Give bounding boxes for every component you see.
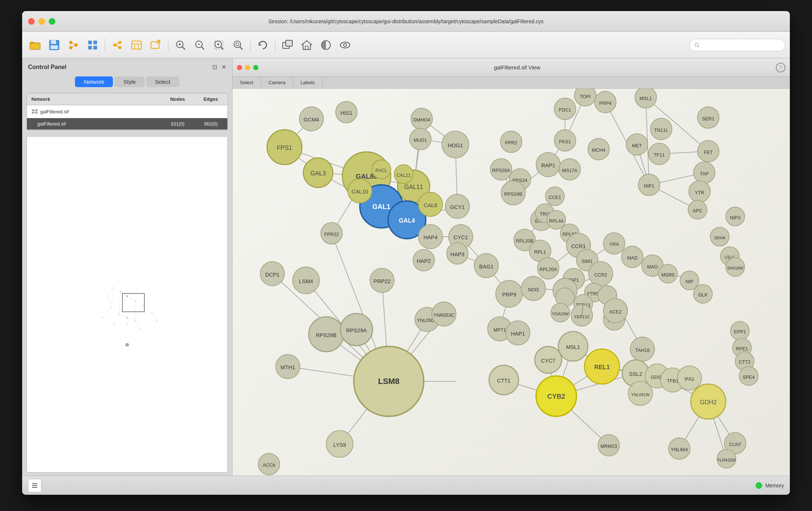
minimize-button[interactable] (38, 18, 45, 25)
separator-4 (275, 38, 275, 52)
table-button[interactable] (128, 37, 145, 54)
save-button[interactable] (46, 37, 63, 54)
svg-point-87 (126, 317, 128, 318)
svg-text:YNL091W: YNL091W (631, 392, 650, 397)
svg-marker-43 (302, 41, 312, 49)
title-bar: Session: /Users/mkucera/git/cytoscape/cy… (22, 11, 790, 32)
show-button[interactable] (337, 37, 354, 54)
view-maximize-button[interactable] (253, 65, 258, 70)
hide-icon (320, 40, 331, 51)
svg-line-64 (111, 308, 119, 314)
list-button[interactable] (28, 479, 41, 492)
zoom-fit-icon (213, 40, 224, 51)
separator-3 (250, 38, 251, 52)
view-close-button[interactable] (237, 65, 242, 70)
zoom-fit-button[interactable] (210, 37, 227, 54)
svg-line-29 (182, 47, 185, 49)
svg-point-39 (236, 43, 239, 46)
svg-point-79 (113, 287, 114, 288)
zoom-in-button[interactable] (172, 37, 189, 54)
svg-text:MET: MET (632, 143, 642, 148)
import-button[interactable] (65, 37, 82, 54)
mini-map[interactable] (27, 136, 228, 473)
svg-text:MTH1: MTH1 (281, 364, 295, 370)
svg-text:IFA1: IFA1 (685, 376, 694, 382)
svg-text:GCY1: GCY1 (450, 204, 465, 210)
view-tab-labels[interactable]: Labels (293, 77, 322, 88)
svg-line-61 (127, 296, 135, 301)
table-header: Network Nodes Edges (27, 93, 227, 105)
svg-text:MSR0: MSR0 (661, 272, 674, 278)
network-table: Network Nodes Edges (27, 93, 228, 130)
zoom-out-button[interactable] (191, 37, 208, 54)
svg-rect-44 (305, 46, 308, 49)
help-button[interactable]: ? (776, 63, 785, 72)
svg-text:HIS1: HIS1 (340, 110, 352, 116)
svg-text:ACE2: ACE2 (609, 309, 622, 315)
svg-rect-12 (93, 41, 97, 44)
svg-text:PnCL: PnCL (375, 168, 387, 173)
view-minimize-button[interactable] (245, 65, 250, 70)
open-folder-button[interactable] (27, 37, 44, 54)
hide-button[interactable] (317, 37, 334, 54)
svg-text:GAL3: GAL3 (310, 170, 326, 176)
svg-text:SDHA: SDHA (714, 236, 726, 240)
tab-network[interactable]: Network (75, 76, 113, 87)
network-share-button[interactable] (109, 37, 126, 54)
svg-text:PRP4: PRP4 (599, 100, 612, 106)
main-window: Session: /Users/mkucera/git/cytoscape/cy… (22, 11, 790, 495)
search-icon (694, 42, 700, 48)
network-visualization: FPS1 GCM4 HIS1 GAL3 GAL80 PRP4 (233, 89, 790, 476)
window-buttons (28, 18, 55, 25)
table-row[interactable]: galFiltered.sif (27, 105, 227, 118)
svg-line-40 (240, 47, 242, 49)
svg-text:CAL6: CAL6 (424, 202, 437, 208)
svg-point-94 (140, 329, 141, 330)
network-view-panel: galFiltered.sif View ? Select Camera Lab… (233, 58, 790, 476)
status-bar: Memory (22, 476, 790, 495)
new-network-window-button[interactable] (279, 37, 296, 54)
view-tab-select[interactable]: Select (233, 77, 261, 88)
svg-text:HAP3: HAP3 (450, 251, 464, 257)
svg-text:TOPI: TOPI (580, 94, 591, 99)
svg-text:YRA: YRA (609, 241, 619, 247)
svg-text:NIP3: NIP3 (730, 215, 740, 220)
maximize-button[interactable] (49, 18, 55, 25)
svg-text:GDH2: GDH2 (700, 399, 717, 405)
panel-close-button[interactable]: ✕ (221, 64, 226, 71)
memory-indicator[interactable]: Memory (756, 482, 784, 489)
table-row-selected[interactable]: galFiltered.sif 331(0) 362(0) (27, 118, 227, 130)
svg-text:CYB2: CYB2 (547, 393, 565, 400)
network-canvas[interactable]: FPS1 GCM4 HIS1 GAL3 GAL80 PRP4 (233, 89, 790, 476)
zoom-selected-button[interactable] (230, 37, 247, 54)
svg-text:LYS9: LYS9 (333, 442, 346, 448)
svg-text:ACCb: ACCb (263, 462, 275, 468)
tab-select[interactable]: Select (146, 76, 179, 87)
search-box[interactable] (689, 39, 785, 51)
svg-line-67 (111, 288, 114, 308)
svg-text:MRM23: MRM23 (601, 443, 617, 449)
close-button[interactable] (28, 18, 35, 25)
refresh-button[interactable] (254, 37, 271, 54)
svg-text:CCR1: CCR1 (571, 243, 586, 249)
home-button[interactable] (298, 37, 315, 54)
svg-point-98 (125, 343, 129, 347)
svg-text:HAP1: HAP1 (511, 331, 525, 337)
svg-point-81 (127, 295, 128, 297)
svg-point-89 (107, 296, 108, 297)
export-image-button[interactable] (147, 37, 164, 54)
search-input[interactable] (702, 42, 781, 48)
svg-text:MPT1: MPT1 (493, 327, 506, 333)
svg-text:CYC1: CYC1 (454, 234, 468, 240)
svg-text:RAP1: RAP1 (541, 162, 555, 168)
svg-line-65 (119, 314, 127, 318)
svg-text:FPR22: FPR22 (324, 232, 339, 237)
svg-text:TAH18: TAH18 (635, 347, 650, 353)
svg-text:YGA20W: YGA20W (552, 312, 569, 316)
network-icon (31, 108, 38, 115)
svg-text:MS17A: MS17A (562, 168, 578, 173)
tab-style[interactable]: Style (114, 76, 144, 87)
panel-expand-button[interactable]: ⊡ (212, 64, 217, 71)
apps-button[interactable] (84, 37, 101, 54)
view-tab-camera[interactable]: Camera (261, 77, 293, 88)
